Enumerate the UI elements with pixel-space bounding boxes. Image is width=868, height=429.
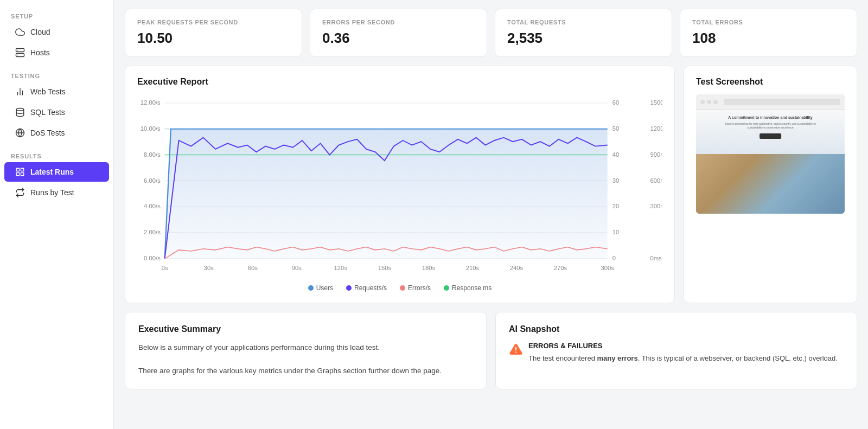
svg-text:300ms: 300ms xyxy=(650,203,662,210)
svg-text:10: 10 xyxy=(612,229,620,235)
legend-response-label: Response ms xyxy=(452,284,492,292)
svg-text:2.00/s: 2.00/s xyxy=(144,229,161,235)
legend-requests-label: Requests/s xyxy=(354,284,387,292)
exec-report-chart: .grid-line { stroke: #e8e8e8; stroke-wid… xyxy=(137,94,662,279)
ai-snapshot-title: AI Snapshot xyxy=(509,324,844,334)
globe-icon xyxy=(15,128,25,138)
legend-response-dot xyxy=(444,285,449,291)
svg-text:300s: 300s xyxy=(601,265,615,271)
svg-rect-12 xyxy=(16,173,19,176)
legend-users-label: Users xyxy=(316,284,333,292)
svg-text:0ms: 0ms xyxy=(650,255,662,261)
stat-card-errors-per-second: ERRORS PER SECOND 0.36 xyxy=(310,9,487,57)
exec-summary-title: Executive Summary xyxy=(138,324,473,334)
svg-text:40: 40 xyxy=(612,151,620,158)
grid-icon xyxy=(15,167,25,177)
warning-icon xyxy=(509,342,523,356)
svg-text:270s: 270s xyxy=(554,265,567,271)
browser-dot-3 xyxy=(713,100,718,104)
svg-rect-11 xyxy=(21,168,24,171)
svg-point-7 xyxy=(16,108,24,111)
screenshot-card: Test Screenshot A commitment to innovati… xyxy=(684,66,857,303)
cloud-icon xyxy=(15,27,25,37)
svg-text:50: 50 xyxy=(612,125,620,132)
stat-label-total-requests: TOTAL REQUESTS xyxy=(507,19,660,25)
svg-text:4.00/s: 4.00/s xyxy=(144,203,161,210)
svg-text:6.00/s: 6.00/s xyxy=(144,177,161,184)
sidebar-item-hosts-label: Hosts xyxy=(30,48,50,57)
svg-text:0.00/s: 0.00/s xyxy=(144,255,161,261)
sidebar-item-cloud[interactable]: Cloud xyxy=(4,22,109,42)
svg-text:1500ms: 1500ms xyxy=(650,99,662,106)
sidebar-item-latest-runs[interactable]: Latest Runs xyxy=(4,162,109,182)
sidebar-item-cloud-label: Cloud xyxy=(30,28,50,36)
stat-value-errors-per-second: 0.36 xyxy=(322,30,475,47)
svg-text:10.00/s: 10.00/s xyxy=(141,125,161,132)
bar-chart-icon xyxy=(15,87,25,97)
stat-value-total-errors: 108 xyxy=(692,30,845,47)
error-section: ERRORS & FAILURES The test encountered m… xyxy=(509,342,844,364)
exec-report-card: Executive Report .grid-line { stroke: #e… xyxy=(125,66,675,303)
middle-row: Executive Report .grid-line { stroke: #e… xyxy=(125,66,857,303)
screenshot-preview: A commitment to innovation and sustainab… xyxy=(696,94,845,214)
exec-summary-card: Executive Summary Below is a summary of … xyxy=(125,312,487,389)
legend-errors-dot xyxy=(400,285,405,291)
legend-errors: Errors/s xyxy=(400,284,431,292)
svg-text:120s: 120s xyxy=(334,265,348,271)
screenshot-text: A commitment to innovation and sustainab… xyxy=(718,115,822,139)
svg-text:240s: 240s xyxy=(510,265,524,271)
sidebar-item-dos-tests-label: DoS Tests xyxy=(30,129,65,137)
sidebar-item-sql-tests-label: SQL Tests xyxy=(30,108,65,117)
stat-card-peak-rps: PEAK REQUESTS PER SECOND 10.50 xyxy=(125,9,302,57)
svg-text:0s: 0s xyxy=(162,265,168,271)
sidebar-item-web-tests-label: Web Tests xyxy=(30,87,66,96)
stat-value-total-requests: 2,535 xyxy=(507,30,660,47)
sidebar-item-web-tests[interactable]: Web Tests xyxy=(4,82,109,101)
svg-text:1200ms: 1200ms xyxy=(650,125,662,132)
sidebar-item-runs-by-test-label: Runs by Test xyxy=(30,188,74,197)
sidebar-item-sql-tests[interactable]: SQL Tests xyxy=(4,103,109,122)
svg-text:600ms: 600ms xyxy=(650,177,662,184)
sidebar-item-dos-tests[interactable]: DoS Tests xyxy=(4,123,109,143)
svg-text:60s: 60s xyxy=(248,265,258,271)
legend-requests-dot xyxy=(346,285,352,291)
legend-users-dot xyxy=(308,285,314,291)
legend-requests: Requests/s xyxy=(346,284,387,292)
svg-text:0: 0 xyxy=(612,255,616,261)
screenshot-content: A commitment to innovation and sustainab… xyxy=(696,110,845,214)
svg-rect-0 xyxy=(16,49,24,52)
svg-text:30: 30 xyxy=(612,177,620,184)
svg-text:20: 20 xyxy=(612,203,620,210)
error-text: The test encountered many errors. This i… xyxy=(528,353,838,364)
testing-section-label: TESTING xyxy=(0,68,113,81)
server-icon xyxy=(15,48,25,57)
chart-legend: Users Requests/s Errors/s Response ms xyxy=(137,284,662,292)
stat-label-errors-per-second: ERRORS PER SECOND xyxy=(322,19,475,25)
screenshot-title: Test Screenshot xyxy=(696,77,845,87)
svg-text:12.00/s: 12.00/s xyxy=(141,99,161,106)
exec-report-title: Executive Report xyxy=(137,77,662,87)
sidebar-item-runs-by-test[interactable]: Runs by Test xyxy=(4,183,109,202)
svg-text:90s: 90s xyxy=(292,265,302,271)
svg-text:8.00/s: 8.00/s xyxy=(144,151,161,158)
results-section-label: RESULTS xyxy=(0,149,113,162)
ai-snapshot-card: AI Snapshot ERRORS & FAILURES The test e… xyxy=(495,312,857,389)
repeat-icon xyxy=(15,188,25,197)
legend-response: Response ms xyxy=(444,284,492,292)
main-content: PEAK REQUESTS PER SECOND 10.50 ERRORS PE… xyxy=(114,0,868,429)
screenshot-button xyxy=(760,133,781,139)
svg-text:150s: 150s xyxy=(378,265,392,271)
svg-rect-1 xyxy=(16,54,24,57)
svg-text:60: 60 xyxy=(612,99,620,106)
browser-bar xyxy=(696,94,845,110)
legend-users: Users xyxy=(308,284,333,292)
database-icon xyxy=(15,107,25,117)
svg-text:30s: 30s xyxy=(204,265,214,271)
sidebar-item-hosts[interactable]: Hosts xyxy=(4,43,109,62)
error-content: ERRORS & FAILURES The test encountered m… xyxy=(528,342,838,364)
setup-section-label: SETUP xyxy=(0,9,113,22)
svg-rect-10 xyxy=(16,168,19,171)
stat-card-total-errors: TOTAL ERRORS 108 xyxy=(680,9,857,57)
browser-url-bar xyxy=(724,99,840,105)
sidebar: SETUP Cloud Hosts TESTING xyxy=(0,0,114,429)
